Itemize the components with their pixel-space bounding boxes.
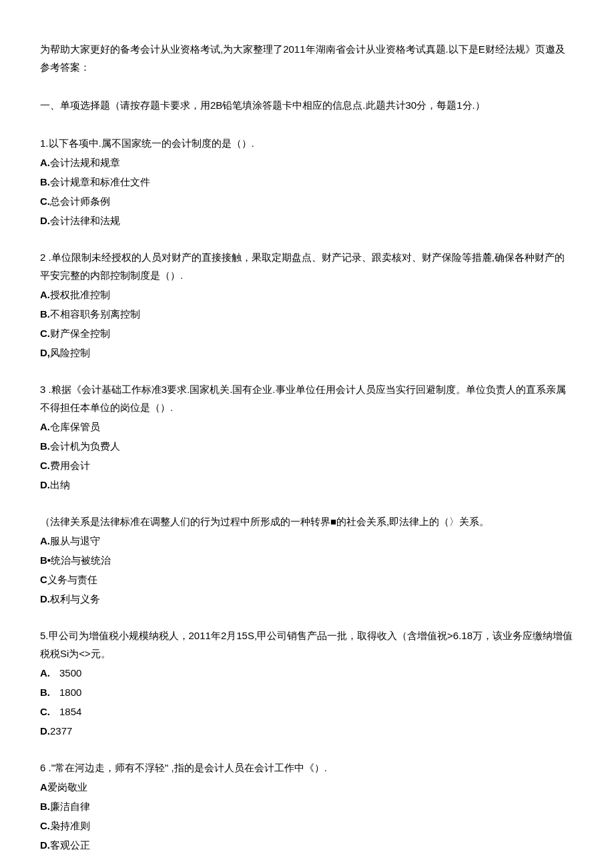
question-option: B.会计机为负费人 [40,437,574,455]
option-text: 客观公正 [50,839,90,851]
question-option: B•统治与被统治 [40,551,574,569]
option-label: A. [40,157,50,168]
option-text: 会计规章和标准仕文件 [50,176,150,187]
option-text: 会计法律和法规 [50,215,120,226]
question-stem: 6 ."常在河边走，师有不浮轻" ,指的是会计人员在会计工作中《）. [40,759,574,777]
question-option: C.财产保全控制 [40,324,574,342]
option-label: C. [40,328,50,339]
option-label: D. [40,215,50,226]
question-option: B.会计规章和标准仕文件 [40,173,574,191]
option-label: A. [40,535,50,546]
option-label: D. [40,479,50,490]
option-text: 会计机为负费人 [50,440,120,452]
question-stem: （法律关系是法律标准在调整人们的行为过程中所形成的一种转界■的社会关系,即法律上… [40,512,574,530]
question-option: C义务与责任 [40,570,574,588]
option-label: A. [40,667,50,679]
option-label: A [40,781,47,793]
option-label: A. [40,421,50,432]
question-option: A爱岗敬业 [40,778,574,796]
option-label: C [40,574,47,585]
question-option: A.仓库保管员 [40,418,574,436]
question-block: 1.以下各项中.属不国家统一的会计制度的是（）.A.会计法规和规章B.会计规章和… [40,134,574,230]
option-text: 费用会计 [50,460,90,471]
question-block: （法律关系是法律标准在调整人们的行为过程中所形成的一种转界■的社会关系,即法律上… [40,512,574,608]
option-text: 1800 [59,687,81,698]
section-title: 一、单项选择题（请按存题卡要求，用2B铅笔填涂答题卡中相应的信息点.此题共计30… [40,96,574,114]
option-label: A. [40,289,50,300]
question-option: A.授权批准控制 [40,286,574,304]
option-text: 权利与义务 [50,593,100,604]
question-option: D.会计法律和法规 [40,211,574,230]
option-text: 服从与退守 [50,535,100,546]
option-text: 财产保全控制 [50,328,110,339]
questions-container: 1.以下各项中.属不国家统一的会计制度的是（）.A.会计法规和规章B.会计规章和… [40,134,574,868]
option-label: C. [40,706,50,717]
question-option: B.不相容职务别离控制 [40,305,574,323]
option-label: B. [40,176,50,187]
question-stem: 1.以下各项中.属不国家统一的会计制度的是（）. [40,134,574,152]
question-option: A.3500 [40,664,574,682]
option-text: 不相容职务别离控制 [50,308,140,320]
option-label: B. [40,687,50,698]
option-text: 出纳 [50,479,70,490]
question-block: 6 ."常在河边走，师有不浮轻" ,指的是会计人员在会计工作中《）.A爱岗敬业B… [40,759,574,854]
question-option: C.总会计师条例 [40,192,574,210]
option-text: 会计法规和规章 [50,157,120,168]
option-label: B. [40,308,50,320]
question-option: C.枭持准则 [40,817,574,835]
question-block: 3 .粮据《会计基础工作标准3要求.国家机关.国有企业.事业单位任用会计人员应当… [40,380,574,494]
option-text: 风险控制 [50,347,90,358]
option-text: 廉洁自律 [50,801,90,812]
question-option: D.权利与义务 [40,590,574,608]
option-text: 3500 [59,667,81,679]
question-stem: 5.甲公司为增值税小规模纳税人，2011年2月15S,甲公司销售产品一批，取得收… [40,626,574,663]
option-text: 义务与责任 [47,574,97,585]
intro-paragraph: 为帮助大家更好的备考会计从业资格考试,为大家整理了2011年湖南省会计从业资格考… [40,40,574,76]
option-label: C. [40,460,50,471]
option-text: 仓库保管员 [50,421,100,432]
question-option: D.客观公正 [40,836,574,854]
option-label: D. [40,725,50,737]
option-text: 爱岗敬业 [47,781,87,793]
question-option: D.2377 [40,722,574,740]
question-stem: 3 .粮据《会计基础工作标准3要求.国家机关.国有企业.事业单位任用会计人员应当… [40,380,574,416]
option-text: 2377 [50,725,72,737]
question-option: D.出纳 [40,476,574,494]
option-label: C. [40,195,50,207]
option-label: B. [40,801,50,812]
option-label: B. [40,440,50,452]
option-text: 授权批准控制 [50,289,110,300]
question-block: 5.甲公司为增值税小规模纳税人，2011年2月15S,甲公司销售产品一批，取得收… [40,626,574,740]
option-text: 统治与被统治 [51,554,111,566]
option-text: 总会计师条例 [50,195,110,207]
question-option: D,风险控制 [40,344,574,362]
question-stem: 2 .单位限制未经授权的人员对财产的直接接触，果取定期盘点、财产记录、跟卖核对、… [40,248,574,284]
option-label: D. [40,593,50,604]
option-text: 枭持准则 [50,820,90,831]
question-option: B.廉洁自律 [40,797,574,815]
question-option: B.1800 [40,683,574,701]
option-text: 1854 [59,706,81,717]
question-option: C.费用会计 [40,456,574,474]
question-block: 2 .单位限制未经授权的人员对财产的直接接触，果取定期盘点、财产记录、跟卖核对、… [40,248,574,362]
question-option: A.服从与退守 [40,532,574,550]
option-label: D. [40,839,50,851]
option-label: C. [40,820,50,831]
option-label: B• [40,554,51,566]
option-label: D, [40,347,50,358]
question-option: C.1854 [40,703,574,721]
question-option: A.会计法规和规章 [40,153,574,171]
